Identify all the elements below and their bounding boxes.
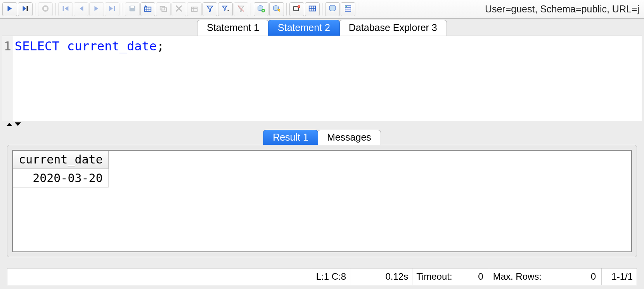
tab-result-1[interactable]: Result 1 bbox=[263, 130, 318, 145]
autocommit-icon bbox=[293, 4, 301, 14]
maxrows-input[interactable] bbox=[543, 271, 597, 282]
main-toolbar: User=guest, Schema=public, URL=j bbox=[0, 0, 644, 19]
db-rollback-icon bbox=[272, 4, 281, 14]
toolbar-separator bbox=[251, 3, 251, 15]
svg-rect-16 bbox=[299, 6, 299, 7]
first-record-icon bbox=[61, 4, 70, 14]
timeout-label: Timeout: bbox=[416, 271, 452, 282]
next-record-button[interactable] bbox=[89, 2, 104, 16]
svg-rect-20 bbox=[346, 6, 347, 7]
run-to-cursor-icon bbox=[21, 4, 29, 14]
toolbar-separator bbox=[286, 3, 287, 15]
line-number: 1 bbox=[2, 38, 11, 54]
timeout-input[interactable] bbox=[454, 271, 485, 282]
svg-rect-8 bbox=[160, 6, 165, 10]
tab-database-explorer-3[interactable]: Database Explorer 3 bbox=[339, 20, 447, 36]
db-commit-icon bbox=[257, 4, 265, 14]
sql-code[interactable]: SELECT current_date; bbox=[13, 36, 642, 121]
insert-row-icon bbox=[144, 4, 152, 14]
svg-rect-3 bbox=[63, 6, 64, 11]
table-header-row: current_date bbox=[13, 151, 109, 169]
run-icon bbox=[5, 4, 14, 14]
sql-terminator: ; bbox=[157, 39, 164, 53]
editor-result-splitter[interactable] bbox=[0, 121, 644, 129]
next-record-icon bbox=[92, 4, 101, 14]
tab-statement-1[interactable]: Statement 1 bbox=[197, 20, 269, 36]
toolbar-separator bbox=[35, 3, 36, 15]
toolbar-separator bbox=[122, 3, 123, 15]
status-exec-time: 0.12s bbox=[350, 268, 412, 285]
filter-dropdown-button[interactable] bbox=[218, 2, 233, 16]
last-record-button[interactable] bbox=[105, 2, 119, 16]
status-cursor: L:1 C:8 bbox=[312, 268, 350, 285]
status-bar: L:1 C:8 0.12s Timeout: Max. Rows: 1-1/1 bbox=[7, 268, 637, 285]
status-timeout: Timeout: bbox=[412, 268, 489, 285]
status-maxrows: Max. Rows: bbox=[489, 268, 602, 285]
svg-rect-0 bbox=[27, 6, 28, 11]
properties-button[interactable] bbox=[341, 2, 355, 16]
db-commit-button[interactable] bbox=[254, 2, 268, 16]
delete-row-button[interactable] bbox=[171, 2, 186, 16]
filter-icon bbox=[206, 4, 214, 14]
splitter-down-icon bbox=[14, 121, 22, 129]
save-icon bbox=[128, 4, 137, 14]
edit-lock-icon bbox=[190, 4, 199, 14]
svg-rect-2 bbox=[44, 7, 47, 10]
run-to-cursor-button[interactable] bbox=[18, 2, 33, 16]
toolbar-separator bbox=[358, 3, 358, 15]
result-grid[interactable]: current_date 2020-03-20 bbox=[12, 150, 632, 252]
connection-info: User=guest, Schema=public, URL=j bbox=[485, 3, 642, 15]
maxrows-label: Max. Rows: bbox=[493, 271, 542, 282]
tab-messages[interactable]: Messages bbox=[317, 130, 381, 145]
status-spacer bbox=[7, 268, 312, 285]
clear-filter-button[interactable] bbox=[234, 2, 248, 16]
delete-row-icon bbox=[175, 4, 183, 14]
filter-dropdown-icon bbox=[221, 4, 230, 14]
save-button[interactable] bbox=[125, 2, 140, 16]
toolbar-separator bbox=[322, 3, 323, 15]
properties-icon bbox=[344, 4, 352, 14]
clear-filter-icon bbox=[237, 4, 245, 14]
result-table: current_date 2020-03-20 bbox=[13, 151, 109, 188]
select-columns-button[interactable] bbox=[305, 2, 320, 16]
status-row-range: 1-1/1 bbox=[602, 268, 637, 285]
db-icon bbox=[328, 4, 337, 14]
svg-rect-10 bbox=[192, 7, 197, 11]
sql-keyword: SELECT bbox=[15, 39, 60, 53]
result-tab-strip: Result 1 Messages bbox=[7, 129, 637, 145]
filter-button[interactable] bbox=[203, 2, 217, 16]
stop-icon bbox=[41, 4, 50, 14]
insert-row-button[interactable] bbox=[140, 2, 155, 16]
stop-button[interactable] bbox=[38, 2, 53, 16]
select-columns-icon bbox=[308, 4, 317, 14]
copy-row-button[interactable] bbox=[156, 2, 171, 16]
prev-record-icon bbox=[77, 4, 85, 14]
last-record-icon bbox=[108, 4, 116, 14]
first-record-button[interactable] bbox=[58, 2, 73, 16]
prev-record-button[interactable] bbox=[74, 2, 88, 16]
editor-tab-strip: Statement 1 Statement 2 Database Explore… bbox=[0, 19, 644, 36]
copy-row-icon bbox=[159, 4, 168, 14]
cell-value[interactable]: 2020-03-20 bbox=[13, 169, 109, 188]
edit-lock-button[interactable] bbox=[187, 2, 202, 16]
editor-gutter: 1 bbox=[2, 36, 13, 121]
sql-identifier: current_date bbox=[67, 39, 157, 53]
db-rollback-button[interactable] bbox=[269, 2, 284, 16]
result-panel: current_date 2020-03-20 bbox=[7, 145, 637, 257]
table-row[interactable]: 2020-03-20 bbox=[13, 169, 109, 188]
svg-rect-6 bbox=[130, 6, 134, 8]
run-button[interactable] bbox=[2, 2, 17, 16]
tab-statement-2[interactable]: Statement 2 bbox=[268, 20, 340, 36]
splitter-up-icon bbox=[5, 121, 13, 129]
sql-editor[interactable]: 1 SELECT current_date; bbox=[2, 36, 642, 121]
column-header[interactable]: current_date bbox=[13, 151, 109, 169]
db-button[interactable] bbox=[325, 2, 340, 16]
autocommit-button[interactable] bbox=[289, 2, 304, 16]
svg-rect-4 bbox=[114, 6, 115, 11]
toolbar-separator bbox=[55, 3, 56, 15]
